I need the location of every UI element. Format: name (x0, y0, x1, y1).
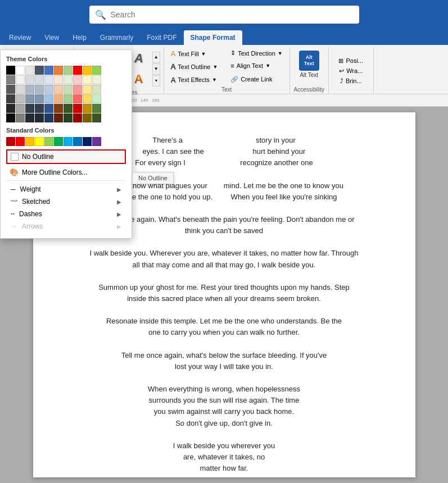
color-swatch[interactable] (83, 113, 92, 122)
color-swatch[interactable] (64, 104, 73, 113)
color-swatch[interactable] (6, 85, 15, 94)
color-swatch[interactable] (73, 104, 82, 113)
color-swatch[interactable] (92, 94, 101, 103)
color-swatch[interactable] (83, 94, 92, 103)
tab-foxit[interactable]: Foxit PDF (140, 30, 183, 45)
document-line (67, 339, 382, 350)
color-swatch[interactable] (83, 85, 92, 94)
color-swatch[interactable] (6, 66, 15, 75)
color-swatch[interactable] (92, 113, 101, 122)
color-swatch[interactable] (73, 66, 82, 75)
position-button[interactable]: ⊞ Posi... (335, 56, 366, 66)
create-link-button[interactable]: 🔗 Create Link (227, 75, 286, 84)
tab-review[interactable]: Review (2, 30, 38, 45)
search-box[interactable]: 🔍 (89, 6, 359, 24)
color-swatch[interactable] (54, 113, 63, 122)
theme-colors-title: Theme Colors (6, 56, 126, 62)
text-outline-button[interactable]: A Text Outline ▼ (168, 61, 227, 72)
color-swatch[interactable] (54, 104, 63, 113)
color-swatch[interactable] (6, 104, 15, 113)
no-outline-item[interactable]: No Outline (6, 149, 126, 164)
color-swatch[interactable] (73, 75, 82, 84)
color-swatch[interactable] (35, 113, 44, 122)
color-swatch[interactable] (16, 94, 25, 103)
sketched-menu-item[interactable]: 〰 Sketched ▶ (6, 195, 126, 208)
standard-color-swatch[interactable] (44, 137, 53, 146)
color-swatch[interactable] (92, 66, 101, 75)
color-swatch[interactable] (92, 85, 101, 94)
color-swatch[interactable] (6, 75, 15, 84)
color-swatch[interactable] (83, 66, 92, 75)
color-swatch[interactable] (35, 75, 44, 84)
color-swatch[interactable] (44, 75, 53, 84)
color-swatch[interactable] (64, 94, 73, 103)
color-swatch[interactable] (64, 85, 73, 94)
color-swatch[interactable] (92, 75, 101, 84)
color-swatch[interactable] (44, 104, 53, 113)
color-swatch[interactable] (25, 66, 34, 75)
accessibility-group: Alt Text Alt Text Accessibility (290, 47, 329, 94)
alt-text-button[interactable]: Alt Text Alt Text (293, 48, 325, 80)
color-swatch[interactable] (25, 85, 34, 94)
color-swatch[interactable] (16, 75, 25, 84)
standard-color-swatch[interactable] (83, 137, 92, 146)
standard-color-swatch[interactable] (6, 137, 15, 146)
color-swatch[interactable] (35, 85, 44, 94)
color-swatch[interactable] (35, 66, 44, 75)
dashes-menu-item[interactable]: ╌ Dashes ▶ (6, 208, 126, 220)
standard-color-swatch[interactable] (16, 137, 25, 146)
color-swatch[interactable] (25, 94, 34, 103)
color-swatch[interactable] (64, 66, 73, 75)
color-swatch[interactable] (54, 94, 63, 103)
color-swatch[interactable] (44, 85, 53, 94)
color-swatch[interactable] (16, 85, 25, 94)
color-swatch[interactable] (25, 75, 34, 84)
color-swatch[interactable] (54, 75, 63, 84)
text-fill-button[interactable]: A Text Fill ▼ (168, 48, 227, 59)
color-swatch[interactable] (73, 113, 82, 122)
tab-shape-format[interactable]: Shape Format (184, 30, 242, 45)
color-swatch[interactable] (44, 66, 53, 75)
wrap-text-button[interactable]: ↩ Wra... (336, 66, 366, 76)
color-swatch[interactable] (35, 104, 44, 113)
standard-color-swatch[interactable] (54, 137, 63, 146)
color-swatch[interactable] (83, 75, 92, 84)
color-swatch[interactable] (16, 113, 25, 122)
color-swatch[interactable] (16, 66, 25, 75)
color-swatch[interactable] (73, 94, 82, 103)
text-direction-button[interactable]: ⇕ Text Direction ▼ (227, 48, 286, 58)
color-swatch[interactable] (92, 104, 101, 113)
search-input[interactable] (111, 10, 354, 19)
tab-view[interactable]: View (38, 30, 66, 45)
scroll-up-arrow[interactable]: ▲ (152, 52, 160, 63)
document-line: are, whatever it takes, no (67, 452, 382, 463)
standard-color-swatch[interactable] (92, 137, 101, 146)
color-swatch[interactable] (44, 94, 53, 103)
align-text-button[interactable]: ≡ Align Text ▼ (227, 61, 286, 70)
color-swatch[interactable] (6, 94, 15, 103)
more-outline-colors-button[interactable]: 🎨 More Outline Colors... (6, 166, 126, 178)
tab-grammarly[interactable]: Grammarly (93, 30, 140, 45)
color-swatch[interactable] (64, 113, 73, 122)
color-swatch[interactable] (25, 113, 34, 122)
color-swatch[interactable] (44, 113, 53, 122)
color-swatch[interactable] (35, 94, 44, 103)
color-swatch[interactable] (6, 113, 15, 122)
weight-menu-item[interactable]: ─ Weight ▶ (6, 183, 126, 195)
color-swatch[interactable] (16, 104, 25, 113)
color-swatch[interactable] (25, 104, 34, 113)
standard-color-swatch[interactable] (25, 137, 34, 146)
color-swatch[interactable] (54, 85, 63, 94)
color-swatch[interactable] (64, 75, 73, 84)
scroll-more-arrow[interactable]: ▾ (152, 75, 160, 86)
standard-color-swatch[interactable] (35, 137, 44, 146)
color-swatch[interactable] (54, 66, 63, 75)
tab-help[interactable]: Help (66, 30, 93, 45)
scroll-down-arrow[interactable]: ▼ (152, 63, 160, 75)
standard-color-swatch[interactable] (73, 137, 82, 146)
bring-forward-button[interactable]: ⤴ Brin... (337, 76, 365, 85)
color-swatch[interactable] (73, 85, 82, 94)
text-effects-button[interactable]: A Text Effects ▼ (168, 75, 227, 85)
color-swatch[interactable] (83, 104, 92, 113)
standard-color-swatch[interactable] (64, 137, 73, 146)
